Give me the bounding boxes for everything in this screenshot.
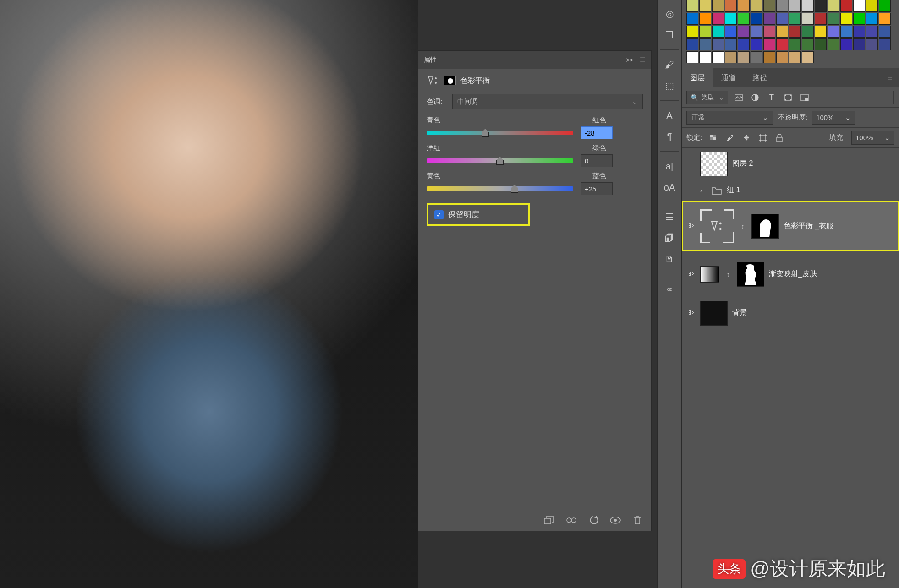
tab-paths[interactable]: 路径 <box>744 68 775 87</box>
swatch[interactable] <box>840 38 852 50</box>
swatch[interactable] <box>699 38 711 50</box>
glyphs-icon[interactable]: a| <box>660 157 679 175</box>
layer-thumb[interactable] <box>700 301 728 326</box>
swatch[interactable] <box>815 38 827 50</box>
swatch[interactable] <box>853 38 865 50</box>
swatch[interactable] <box>686 26 698 38</box>
swatch[interactable] <box>879 0 891 12</box>
swatch[interactable] <box>802 38 814 50</box>
swatch[interactable] <box>686 0 698 12</box>
swatch[interactable] <box>866 0 878 12</box>
filter-type-icon[interactable]: T <box>766 92 778 103</box>
swatch[interactable] <box>840 13 852 25</box>
slider-thumb[interactable] <box>496 157 504 165</box>
swatch[interactable] <box>763 26 775 38</box>
layer-visibility-toggle[interactable]: 👁 <box>685 222 696 230</box>
character-icon[interactable]: A <box>660 106 679 125</box>
slider-thumb[interactable] <box>482 129 489 137</box>
swatch[interactable] <box>815 26 827 38</box>
swatch[interactable] <box>725 13 737 25</box>
layer-filter-type-select[interactable]: 🔍 类型 ⌄ <box>686 91 728 104</box>
swatch[interactable] <box>699 0 711 12</box>
swatch[interactable] <box>686 51 698 63</box>
swatch[interactable] <box>828 13 839 25</box>
char-style-icon[interactable]: oA <box>660 178 679 196</box>
trash-icon[interactable] <box>631 515 644 526</box>
group-disclosure-icon[interactable]: › <box>700 187 707 194</box>
slider-track[interactable] <box>427 158 573 163</box>
layers-panel-menu-icon[interactable]: ☰ <box>881 68 899 87</box>
swatch[interactable] <box>815 0 827 12</box>
swatch[interactable] <box>866 13 878 25</box>
layer-row[interactable]: 👁↕色彩平衡 _衣服 <box>682 201 899 251</box>
swatch[interactable] <box>879 13 891 25</box>
swatch[interactable] <box>828 26 839 38</box>
slider-track[interactable] <box>427 186 573 191</box>
swatch[interactable] <box>699 51 711 63</box>
swatch[interactable] <box>712 26 724 38</box>
swatches-icon[interactable]: ⬚ <box>660 76 679 95</box>
layer-row[interactable]: 👁↕渐变映射_皮肤 <box>682 251 899 297</box>
swatch[interactable] <box>738 51 750 63</box>
filter-toggle[interactable] <box>893 91 894 104</box>
swatch[interactable] <box>686 38 698 50</box>
slider-value-input[interactable]: +25 <box>581 182 613 195</box>
layer-visibility-toggle[interactable]: 👁 <box>685 270 696 278</box>
share-icon[interactable]: ∝ <box>660 280 679 298</box>
slider-value-input[interactable]: -28 <box>581 126 613 139</box>
layer-row[interactable]: 👁背景 <box>682 297 899 329</box>
swatch[interactable] <box>712 51 724 63</box>
layer-row[interactable]: ›组 1 <box>682 180 899 201</box>
swatch[interactable] <box>840 0 852 12</box>
swatch[interactable] <box>776 51 788 63</box>
lock-transparency-icon[interactable] <box>708 133 718 143</box>
opacity-select[interactable]: 100% ⌄ <box>812 111 855 125</box>
layer-mask-thumb[interactable] <box>751 214 779 239</box>
document-canvas[interactable] <box>0 0 418 588</box>
swatch[interactable] <box>802 26 814 38</box>
swatch[interactable] <box>879 38 891 50</box>
swatch[interactable] <box>802 0 814 12</box>
cc-libraries-icon[interactable]: ◎ <box>660 5 679 23</box>
swatch[interactable] <box>853 13 865 25</box>
blend-mode-select[interactable]: 正常 ⌄ <box>686 111 773 125</box>
reset-icon[interactable] <box>587 515 600 526</box>
swatch[interactable] <box>776 13 788 25</box>
swatch[interactable] <box>751 38 762 50</box>
swatch[interactable] <box>751 51 762 63</box>
view-previous-state-icon[interactable] <box>565 515 578 526</box>
panel-collapse-icon[interactable]: >> <box>626 56 633 64</box>
swatch[interactable] <box>789 13 801 25</box>
swatch[interactable] <box>712 13 724 25</box>
lock-all-icon[interactable] <box>774 133 784 143</box>
slider-value-input[interactable]: 0 <box>581 154 613 167</box>
list-icon[interactable]: ☰ <box>660 208 679 226</box>
filter-adjustment-icon[interactable] <box>749 92 761 103</box>
swatch[interactable] <box>763 38 775 50</box>
swatch[interactable] <box>763 51 775 63</box>
swatch[interactable] <box>789 0 801 12</box>
swatch[interactable] <box>879 26 891 38</box>
swatch[interactable] <box>751 0 762 12</box>
slider-thumb[interactable] <box>511 185 518 193</box>
paragraph-icon[interactable]: ¶ <box>660 127 679 146</box>
swatch[interactable] <box>751 26 762 38</box>
filter-smartobject-icon[interactable] <box>799 92 811 103</box>
swatch[interactable] <box>776 0 788 12</box>
filter-pixel-icon[interactable] <box>733 92 745 103</box>
toggle-visibility-icon[interactable] <box>609 515 622 526</box>
swatch[interactable] <box>802 13 814 25</box>
swatch[interactable] <box>712 0 724 12</box>
swatch[interactable] <box>738 13 750 25</box>
doc-icon[interactable]: 🗎 <box>660 250 679 268</box>
slider-track[interactable] <box>427 131 573 135</box>
swatch[interactable] <box>763 0 775 12</box>
adjustment-thumb[interactable] <box>700 209 734 243</box>
swatch[interactable] <box>802 51 814 63</box>
swatch[interactable] <box>853 26 865 38</box>
layer-thumb[interactable] <box>700 152 728 176</box>
preserve-luminosity-checkbox[interactable]: ✓ <box>434 210 444 219</box>
swatch[interactable] <box>725 26 737 38</box>
layer-mask-thumb[interactable] <box>444 76 456 85</box>
swatch[interactable] <box>751 13 762 25</box>
